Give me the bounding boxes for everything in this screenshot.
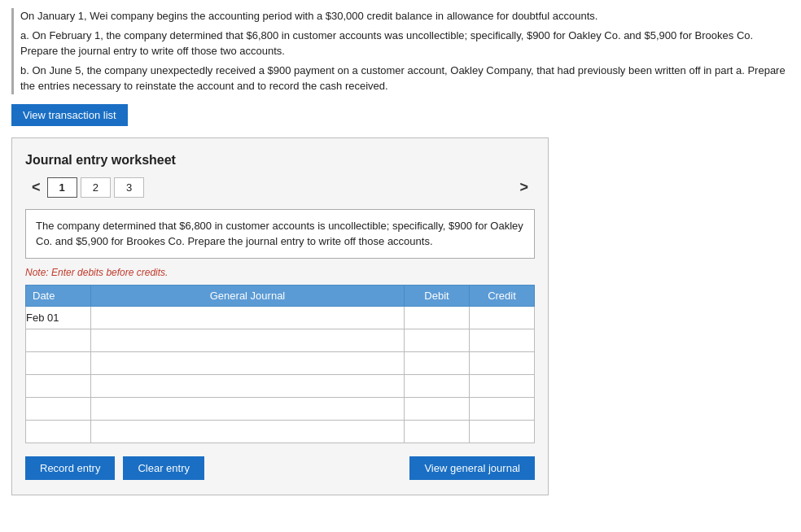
table-row (26, 397, 535, 420)
tab-3[interactable]: 3 (114, 177, 144, 198)
credit-input[interactable] (470, 352, 534, 374)
view-general-journal-button[interactable]: View general journal (409, 456, 535, 480)
general-journal-input[interactable] (91, 421, 404, 443)
cell-general-journal[interactable] (91, 351, 405, 374)
col-header-debit: Debit (405, 285, 470, 306)
credit-input[interactable] (470, 421, 534, 443)
debit-input[interactable] (405, 398, 469, 420)
journal-table: Date General Journal Debit Credit Feb 01 (25, 285, 535, 443)
cell-general-journal[interactable] (91, 420, 405, 443)
cell-date (26, 420, 91, 443)
date-input[interactable] (26, 421, 90, 443)
view-transaction-button[interactable]: View transaction list (11, 104, 128, 126)
worksheet-container: Journal entry worksheet < 1 2 3 > The co… (11, 137, 549, 495)
cell-general-journal[interactable] (91, 329, 405, 351)
cell-date: Feb 01 (26, 306, 91, 329)
cell-debit[interactable] (405, 374, 470, 397)
note-text: Note: Enter debits before credits. (25, 267, 535, 278)
cell-debit[interactable] (405, 397, 470, 420)
credit-input[interactable] (470, 375, 534, 397)
col-header-gj: General Journal (91, 285, 405, 306)
cell-credit[interactable] (470, 351, 535, 374)
tab-navigation: < 1 2 3 > (25, 177, 535, 198)
cell-general-journal[interactable] (91, 306, 405, 329)
cell-credit[interactable] (470, 397, 535, 420)
date-input[interactable] (26, 352, 90, 374)
general-journal-input[interactable] (91, 329, 404, 351)
date-input[interactable] (26, 329, 90, 351)
cell-date (26, 374, 91, 397)
cell-date (26, 397, 91, 420)
table-row (26, 374, 535, 397)
debit-input[interactable] (405, 329, 469, 351)
intro-line-a: a. On February 1, the company determined… (20, 28, 790, 59)
cell-debit[interactable] (405, 420, 470, 443)
debit-input[interactable] (405, 421, 469, 443)
cell-debit[interactable] (405, 329, 470, 351)
intro-line1: On January 1, Wei company begins the acc… (20, 8, 790, 24)
next-tab-arrow[interactable]: > (513, 177, 535, 198)
general-journal-input[interactable] (91, 375, 404, 397)
general-journal-input[interactable] (91, 307, 404, 329)
action-buttons: Record entry Clear entry View general jo… (25, 456, 535, 480)
cell-date (26, 351, 91, 374)
general-journal-input[interactable] (91, 352, 404, 374)
date-input[interactable] (26, 398, 90, 420)
table-row: Feb 01 (26, 306, 535, 329)
cell-credit[interactable] (470, 329, 535, 351)
credit-input[interactable] (470, 329, 534, 351)
cell-general-journal[interactable] (91, 374, 405, 397)
table-row (26, 329, 535, 351)
cell-credit[interactable] (470, 306, 535, 329)
cell-date (26, 329, 91, 351)
credit-input[interactable] (470, 307, 534, 329)
cell-credit[interactable] (470, 420, 535, 443)
table-row (26, 420, 535, 443)
general-journal-input[interactable] (91, 398, 404, 420)
date-input[interactable] (26, 375, 90, 397)
tab-1[interactable]: 1 (47, 177, 77, 198)
clear-entry-button[interactable]: Clear entry (123, 456, 204, 480)
cell-debit[interactable] (405, 351, 470, 374)
entry-description: The company determined that $6,800 in cu… (25, 209, 535, 259)
intro-line-b: b. On June 5, the company unexpectedly r… (20, 63, 790, 94)
table-row (26, 351, 535, 374)
record-entry-button[interactable]: Record entry (25, 456, 115, 480)
intro-section: On January 1, Wei company begins the acc… (11, 8, 790, 94)
debit-input[interactable] (405, 307, 469, 329)
col-header-credit: Credit (470, 285, 535, 306)
col-header-date: Date (26, 285, 91, 306)
cell-general-journal[interactable] (91, 397, 405, 420)
credit-input[interactable] (470, 398, 534, 420)
cell-credit[interactable] (470, 374, 535, 397)
tab-2[interactable]: 2 (81, 177, 111, 198)
debit-input[interactable] (405, 375, 469, 397)
prev-tab-arrow[interactable]: < (25, 177, 47, 198)
worksheet-title: Journal entry worksheet (25, 153, 535, 168)
debit-input[interactable] (405, 352, 469, 374)
cell-debit[interactable] (405, 306, 470, 329)
